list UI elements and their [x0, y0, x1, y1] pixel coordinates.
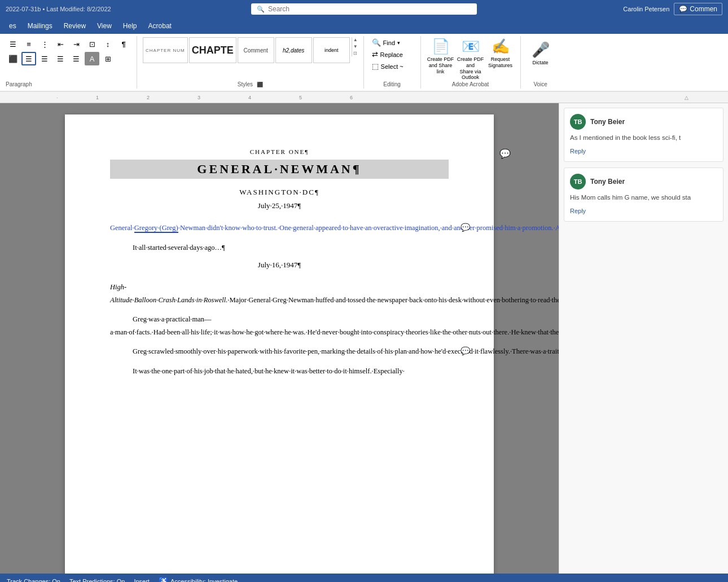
- status-bar: Track Changes: On Text Predictions: On I…: [0, 574, 728, 582]
- accessibility-icon: ♿: [159, 577, 168, 582]
- page-para2: It·all·started·several·days·ago…¶: [110, 241, 449, 254]
- main-area: 💬 CHAPTER ONE¶ GENERAL·NEWMAN¶ WASHINGTO…: [0, 103, 728, 574]
- comment-avatar-2: TB: [570, 174, 586, 189]
- comment-header-2: TB Tony Beier: [570, 174, 717, 189]
- menu-item-help[interactable]: Help: [119, 20, 142, 32]
- adobe-label: Adobe Acrobat: [427, 81, 515, 89]
- styles-scroll: ▲ ▼ ⊡: [352, 37, 358, 56]
- find-icon: 🔍: [372, 38, 381, 47]
- ruler: · 1 2 3 4 5 6 △: [0, 92, 728, 103]
- para1-wrapper: 💬 General·Gregory·(Greg)·Newman·didn't·k…: [110, 222, 449, 235]
- request-signatures-icon: ✍️: [492, 38, 510, 55]
- para5-wrapper: 💬 Greg·scrawled·smoothly·over·his·paperw…: [110, 345, 449, 358]
- comment-author-1: Tony Beier: [590, 118, 625, 126]
- ribbon-paragraph-content: ☰ ≡ ⋮ ⇤ ⇥ ⊡ ↕ ¶ ⬛ ☰ ☰ ☰ ☰ A ⊞: [6, 37, 131, 81]
- menu-item-mailings[interactable]: Mailings: [23, 20, 57, 32]
- editing-content: 🔍 Find ▾ ⇄ Replace ⬚ Select ~: [370, 37, 415, 81]
- styles-expand[interactable]: ⊡: [353, 51, 358, 56]
- comment-marker-para5[interactable]: 💬: [461, 346, 470, 356]
- comment-marker-para1[interactable]: 💬: [461, 223, 470, 232]
- page-para1: General·Gregory·(Greg)·Newman·didn't·kno…: [110, 222, 449, 235]
- styles-expand-icon[interactable]: ⬛: [257, 82, 263, 87]
- page-title: GENERAL·NEWMAN¶: [110, 160, 449, 179]
- accessibility-btn[interactable]: ♿ Accessibility: Investigate: [159, 577, 238, 582]
- decrease-indent-btn[interactable]: ⇤: [53, 37, 68, 51]
- page-date1: July·25,·1947¶: [110, 201, 449, 210]
- style-indent[interactable]: indent: [313, 37, 350, 63]
- paragraph-label: Paragraph: [6, 81, 131, 89]
- menu-item-review[interactable]: Review: [59, 20, 90, 32]
- reply-button-2[interactable]: Reply: [570, 206, 586, 215]
- track-changes-status: Track Changes: On: [7, 578, 60, 582]
- dictate-btn[interactable]: 🎤 Dictate: [527, 37, 555, 69]
- comment-card-2: TB Tony Beier His Mom calls him G name, …: [564, 167, 723, 222]
- styles-scroll-down[interactable]: ▼: [353, 44, 358, 50]
- styles-label: Styles ⬛: [143, 81, 358, 89]
- menu-item-es[interactable]: es: [5, 20, 21, 32]
- multilevel-list-btn[interactable]: ⋮: [37, 37, 52, 51]
- search-icon: 🔍: [257, 6, 265, 13]
- justify-btn[interactable]: ☰: [53, 52, 68, 65]
- file-info: 2022-07-31b • Last Modified: 8/2/2022: [6, 6, 111, 12]
- align-left-btn[interactable]: ⬛: [6, 52, 20, 65]
- comment-text-2: His Mom calls him G name, we should sta: [570, 193, 717, 202]
- comment-ribbon-button[interactable]: 💬 Commen: [674, 3, 722, 15]
- style-chapte[interactable]: CHAPTE: [189, 37, 236, 63]
- comment-author-2: Tony Beier: [590, 178, 625, 186]
- list-buttons-row1: ☰ ≡ ⋮ ⇤ ⇥ ⊡ ↕ ¶: [6, 37, 131, 51]
- align-buttons-row2: ⬛ ☰ ☰ ☰ ☰ A ⊞: [6, 52, 131, 65]
- comments-panel: TB Tony Beier As I mentioned in the book…: [559, 103, 728, 574]
- create-pdf-outlook-icon: 📧: [462, 38, 480, 55]
- style-comment[interactable]: Comment: [238, 37, 274, 63]
- page-location: WASHINGTON·DC¶: [110, 188, 449, 197]
- mode-status: Insert: [134, 578, 150, 582]
- user-name: Carolin Petersen: [623, 6, 669, 12]
- show-hide-btn[interactable]: ¶: [116, 37, 131, 51]
- para-special-btn[interactable]: ⊡: [85, 37, 99, 51]
- menu-item-view[interactable]: View: [93, 20, 116, 32]
- search-bar[interactable]: 🔍: [251, 3, 477, 15]
- styles-swatches: CHAPTER NUM CHAPTE Comment h2,dates inde…: [143, 37, 350, 63]
- borders-btn[interactable]: ⊞: [100, 52, 115, 65]
- bullet-list-btn[interactable]: ☰: [6, 37, 20, 51]
- reply-button-1[interactable]: Reply: [570, 147, 586, 156]
- select-btn[interactable]: ⬚ Select ~: [370, 61, 415, 72]
- title-bar: 2022-07-31b • Last Modified: 8/2/2022 🔍 …: [0, 0, 728, 18]
- page: 💬 CHAPTER ONE¶ GENERAL·NEWMAN¶ WASHINGTO…: [65, 114, 494, 574]
- shading-btn[interactable]: A: [85, 52, 99, 65]
- ribbon-styles-section: CHAPTER NUM CHAPTE Comment h2,dates inde…: [137, 36, 364, 89]
- menu-bar: es Mailings Review View Help Acrobat: [0, 18, 728, 34]
- replace-btn[interactable]: ⇄ Replace: [370, 49, 415, 60]
- page-date2: July·16,·1947¶: [110, 261, 449, 270]
- comment-header-1: TB Tony Beier: [570, 114, 717, 130]
- comment-marker-top[interactable]: 💬: [499, 148, 511, 159]
- menu-item-acrobat[interactable]: Acrobat: [144, 20, 176, 32]
- search-input[interactable]: [268, 5, 471, 13]
- list-btn2[interactable]: ☰: [69, 52, 84, 65]
- title-bar-center: 🔍: [244, 3, 483, 15]
- title-wrapper: GENERAL·NEWMAN¶: [110, 160, 449, 179]
- create-pdf-icon: 📄: [432, 38, 450, 55]
- align-right-btn[interactable]: ☰: [37, 52, 52, 65]
- style-chapter-num[interactable]: CHAPTER NUM: [143, 37, 188, 63]
- align-center-btn[interactable]: ☰: [21, 52, 36, 65]
- ribbon-voice-section: 🎤 Dictate Voice: [521, 36, 560, 89]
- page-para6: It·was·the·one·part·of·his·job·that·he·h…: [110, 365, 449, 378]
- numbered-list-btn[interactable]: ≡: [21, 37, 36, 51]
- find-btn[interactable]: 🔍 Find ▾: [370, 37, 415, 48]
- dictate-icon: 🎤: [532, 41, 550, 59]
- replace-icon: ⇄: [372, 50, 378, 59]
- increase-indent-btn[interactable]: ⇥: [69, 37, 84, 51]
- chapter-heading: CHAPTER ONE¶: [110, 148, 449, 155]
- request-signatures-btn[interactable]: ✍️ RequestSignatures: [486, 37, 515, 69]
- styles-content: CHAPTER NUM CHAPTE Comment h2,dates inde…: [143, 37, 358, 81]
- create-pdf-share-link-btn[interactable]: 📄 Create PDFand Share link: [427, 37, 455, 75]
- styles-scroll-up[interactable]: ▲: [353, 37, 358, 43]
- title-bar-left: 2022-07-31b • Last Modified: 8/2/2022: [6, 6, 244, 12]
- style-h2-dates[interactable]: h2,dates: [275, 37, 312, 63]
- sort-btn[interactable]: ↕: [100, 37, 115, 51]
- create-pdf-outlook-btn[interactable]: 📧 Create PDF andShare via Outlook: [457, 37, 485, 81]
- adobe-content: 📄 Create PDFand Share link 📧 Create PDF …: [427, 37, 515, 81]
- ribbon-paragraph-section: ☰ ≡ ⋮ ⇤ ⇥ ⊡ ↕ ¶ ⬛ ☰ ☰ ☰ ☰ A ⊞: [0, 36, 137, 89]
- editing-label: Editing: [370, 81, 415, 89]
